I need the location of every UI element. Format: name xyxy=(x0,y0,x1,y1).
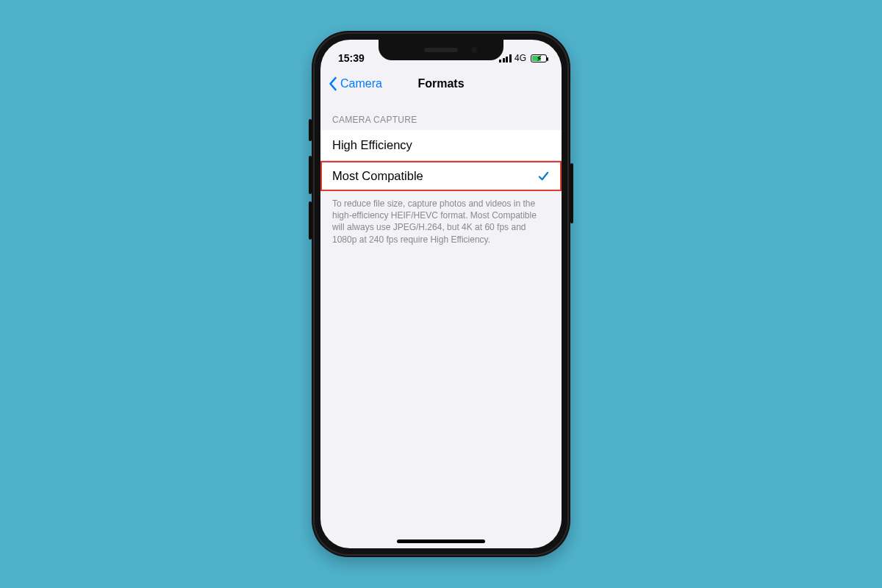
option-label: Most Compatible xyxy=(332,169,423,183)
mute-switch xyxy=(309,119,312,141)
front-camera xyxy=(471,47,477,53)
status-time: 15:39 xyxy=(338,52,365,64)
checkmark-icon xyxy=(537,170,550,182)
charging-bolt-icon: ⚡︎ xyxy=(537,54,542,62)
screen: 15:39 4G ⚡︎ Camera Formats xyxy=(320,40,562,548)
home-indicator[interactable] xyxy=(397,539,485,543)
section-header-camera-capture: CAMERA CAPTURE xyxy=(320,98,562,130)
chevron-left-icon xyxy=(328,76,337,91)
cellular-signal-icon xyxy=(499,54,512,62)
nav-bar: Camera Formats xyxy=(320,69,562,98)
volume-down-button xyxy=(309,201,312,240)
back-button[interactable]: Camera xyxy=(328,69,382,98)
speaker-grille xyxy=(424,48,458,52)
side-button xyxy=(570,163,573,223)
battery-icon: ⚡︎ xyxy=(531,54,547,62)
notch xyxy=(379,40,503,60)
option-high-efficiency[interactable]: High Efficiency xyxy=(320,130,562,161)
phone-frame: 15:39 4G ⚡︎ Camera Formats xyxy=(312,31,570,557)
section-footer-note: To reduce file size, capture photos and … xyxy=(320,191,562,245)
option-most-compatible[interactable]: Most Compatible xyxy=(320,161,562,191)
network-type-label: 4G xyxy=(514,53,526,63)
capture-format-group: High Efficiency Most Compatible xyxy=(320,130,562,191)
option-label: High Efficiency xyxy=(332,138,412,152)
back-label: Camera xyxy=(340,77,382,90)
page-title: Formats xyxy=(417,77,464,90)
volume-up-button xyxy=(309,156,312,194)
status-right-cluster: 4G ⚡︎ xyxy=(499,53,547,63)
